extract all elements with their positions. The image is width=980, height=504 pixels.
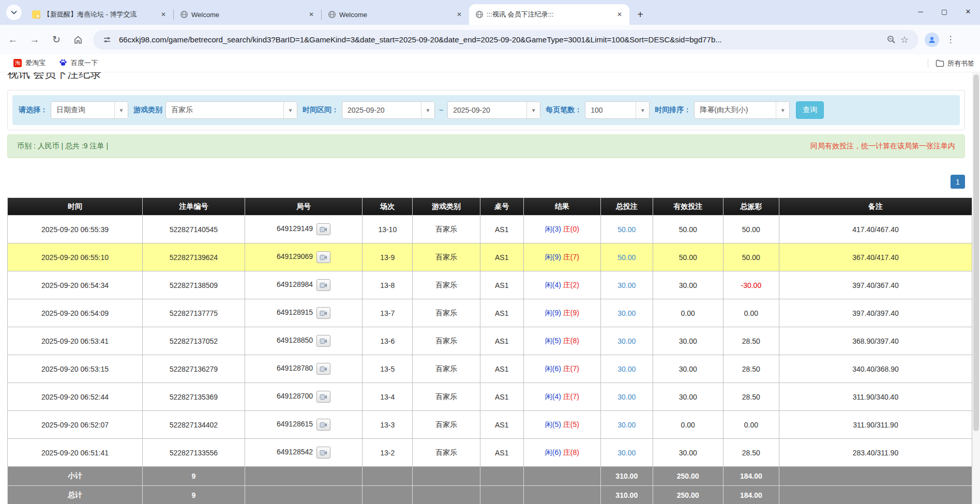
summary-row: 总计 9 310.00 250.00 184.00 (8, 486, 972, 504)
cell-total-bet[interactable]: 30.00 (600, 271, 653, 299)
cell-bet-id: 522827133556 (143, 439, 245, 467)
scrollbar-thumb[interactable] (973, 74, 979, 431)
cell-round-id: 649128780 (245, 355, 363, 383)
tab-search-button[interactable] (6, 5, 22, 20)
bookmarks-bar: 淘 爱淘宝 百度一下 所有书签 (0, 54, 980, 72)
date-start-select[interactable]: 2025-09-20 ▼ (342, 101, 435, 119)
url-text: 66cxkj98.com/game/betrecord_search/kind3… (119, 35, 884, 44)
round-detail-button[interactable] (316, 251, 330, 263)
cell-time: 2025-09-20 06:53:41 (8, 327, 143, 355)
search-button[interactable]: 查询 (796, 101, 824, 119)
tab-close-icon[interactable]: ✕ (615, 10, 624, 19)
cell-game-kind: 百家乐 (413, 299, 480, 327)
cell-total-bet[interactable]: 30.00 (600, 411, 653, 439)
cell-bet-id: 522827139624 (143, 243, 245, 271)
round-detail-button[interactable] (316, 391, 330, 403)
date-range-tilde: ~ (439, 106, 443, 114)
video-record-icon (320, 282, 327, 288)
forward-button[interactable]: → (26, 31, 43, 49)
round-detail-button[interactable] (316, 223, 330, 235)
query-type-label: 请选择： (19, 105, 48, 115)
zoom-icon[interactable] (884, 33, 898, 47)
tab-welcome-1[interactable]: Welcome ✕ (174, 4, 321, 25)
cell-total-bet[interactable]: 30.00 (600, 383, 653, 411)
cell-note: 311.90/340.40 (779, 383, 972, 411)
game-kind-select[interactable]: 百家乐 ▼ (165, 101, 297, 119)
sort-select[interactable]: 降幂(由大到小) ▼ (694, 101, 790, 119)
per-page-select[interactable]: 100 ▼ (585, 101, 650, 119)
cell-result: 闲(9) 庄(9) (523, 299, 600, 327)
back-button[interactable]: ← (4, 31, 22, 49)
cell-time: 2025-09-20 06:53:15 (8, 355, 143, 383)
summary-label: 小计 (8, 467, 143, 486)
globe-icon (475, 10, 484, 19)
cell-total-bet[interactable]: 30.00 (600, 299, 653, 327)
round-detail-button[interactable] (316, 279, 330, 291)
chevron-down-icon: ▼ (636, 102, 649, 118)
cell-total-bet[interactable]: 30.00 (600, 439, 653, 467)
tab-strip: 【新提醒】海燕论坛 - 博学交流 ✕ Welcome ✕ Welcome ✕ :… (0, 0, 980, 25)
round-detail-button[interactable] (316, 307, 330, 319)
per-page-label: 每页笔数： (546, 105, 582, 115)
browser-menu-icon[interactable]: ⋮ (944, 34, 957, 45)
cell-valid-bet: 0.00 (653, 299, 723, 327)
bookmark-taobao[interactable]: 淘 爱淘宝 (13, 58, 46, 68)
cell-time: 2025-09-20 06:51:41 (8, 439, 143, 467)
cell-session: 13-3 (363, 411, 413, 439)
round-detail-button[interactable] (316, 335, 330, 347)
cell-round-id: 649128915 (245, 299, 363, 327)
cell-session: 13-2 (363, 439, 413, 467)
tab-title: Welcome (339, 11, 451, 19)
page-1-button[interactable]: 1 (951, 175, 965, 189)
column-header: 桌号 (480, 198, 523, 216)
minimize-button[interactable]: ─ (909, 0, 932, 23)
bookmark-label: 爱淘宝 (25, 58, 46, 68)
cell-payout: 0.00 (723, 299, 779, 327)
tab-title: :::视讯 会员下注纪录::: (487, 10, 612, 19)
maximize-button[interactable]: ▢ (932, 0, 956, 23)
tab-forum[interactable]: 【新提醒】海燕论坛 - 博学交流 ✕ (26, 4, 173, 25)
cell-total-bet[interactable]: 30.00 (600, 327, 653, 355)
cell-session: 13-6 (363, 327, 413, 355)
reload-button[interactable]: ↻ (48, 31, 65, 49)
tab-close-icon[interactable]: ✕ (455, 10, 464, 19)
tab-welcome-2[interactable]: Welcome ✕ (322, 4, 469, 25)
profile-avatar[interactable] (925, 33, 939, 47)
address-bar[interactable]: 66cxkj98.com/game/betrecord_search/kind3… (93, 30, 918, 50)
all-bookmarks-button[interactable]: 所有书签 (936, 59, 980, 68)
tab-close-icon[interactable]: ✕ (307, 10, 316, 19)
chevron-down-icon (11, 10, 17, 14)
cell-payout: 50.00 (723, 243, 779, 271)
site-info-icon[interactable] (100, 33, 114, 47)
round-detail-button[interactable] (316, 447, 330, 459)
cell-result: 闲(4) 庄(7) (523, 383, 600, 411)
cell-round-id: 649129149 (245, 216, 363, 243)
table-row: 2025-09-20 06:55:10 522827139624 6491290… (8, 243, 972, 271)
bookmark-star-icon[interactable]: ☆ (898, 33, 911, 47)
cell-total-bet[interactable]: 50.00 (600, 216, 653, 243)
cell-table-no: AS1 (480, 271, 523, 299)
round-detail-button[interactable] (316, 363, 330, 375)
cell-table-no: AS1 (480, 327, 523, 355)
column-header: 有效投注 (653, 198, 723, 216)
browser-toolbar: ← → ↻ 66cxkj98.com/game/betrecord_search… (0, 25, 980, 54)
globe-icon (328, 10, 336, 19)
filter-panel: 请选择： 日期查询 ▼ 游戏类别 百家乐 ▼ 时间区间： 2025-09-20 … (7, 90, 965, 130)
cell-total-bet[interactable]: 50.00 (600, 243, 653, 271)
tab-close-icon[interactable]: ✕ (159, 10, 168, 19)
summary-valid-bet: 250.00 (653, 486, 723, 504)
date-end-select[interactable]: 2025-09-20 ▼ (447, 101, 540, 119)
cell-total-bet[interactable]: 30.00 (600, 355, 653, 383)
video-record-icon (320, 226, 327, 233)
window-close-button[interactable]: ✕ (956, 0, 980, 23)
page-scrollbar[interactable] (972, 72, 980, 504)
bookmark-baidu[interactable]: 百度一下 (59, 58, 98, 68)
query-type-select[interactable]: 日期查询 ▼ (51, 101, 128, 119)
cell-valid-bet: 30.00 (653, 271, 723, 299)
round-detail-button[interactable] (316, 419, 330, 431)
table-row: 2025-09-20 06:53:15 522827136279 6491287… (8, 355, 972, 383)
home-button[interactable] (69, 31, 87, 49)
new-tab-button[interactable]: + (632, 7, 648, 22)
tab-bet-records-active[interactable]: :::视讯 会员下注纪录::: ✕ (469, 4, 629, 25)
notice-text: 同局有效投注，统一计算在该局第一张注单内 (810, 142, 955, 151)
